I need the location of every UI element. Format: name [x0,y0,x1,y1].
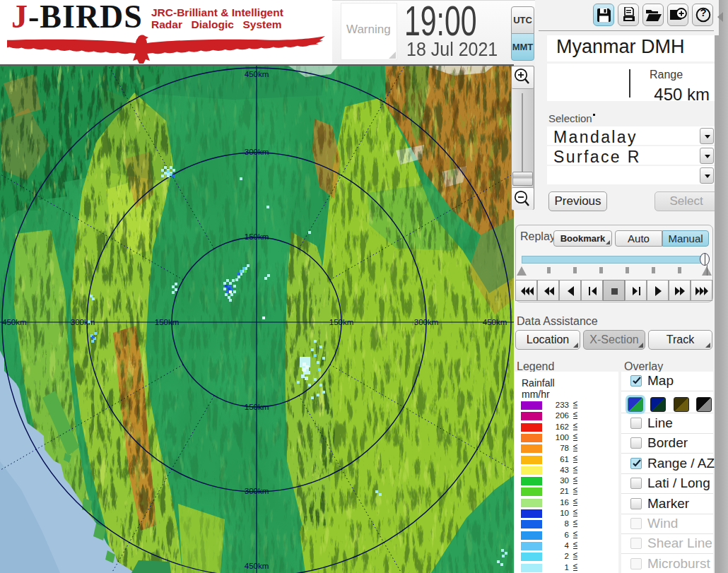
svg-text:450km: 450km [245,70,269,78]
svg-text:300km: 300km [414,318,439,326]
svg-text:150km: 150km [329,318,354,326]
svg-text:150km: 150km [245,403,269,411]
svg-text:150km: 150km [245,232,269,241]
svg-text:300km: 300km [71,318,95,326]
svg-text:450km: 450km [245,562,269,570]
svg-text:450km: 450km [2,318,27,326]
svg-text:300km: 300km [245,148,269,156]
svg-text:150km: 150km [155,318,180,326]
svg-text:450km: 450km [483,318,507,326]
svg-text:300km: 300km [245,487,269,495]
